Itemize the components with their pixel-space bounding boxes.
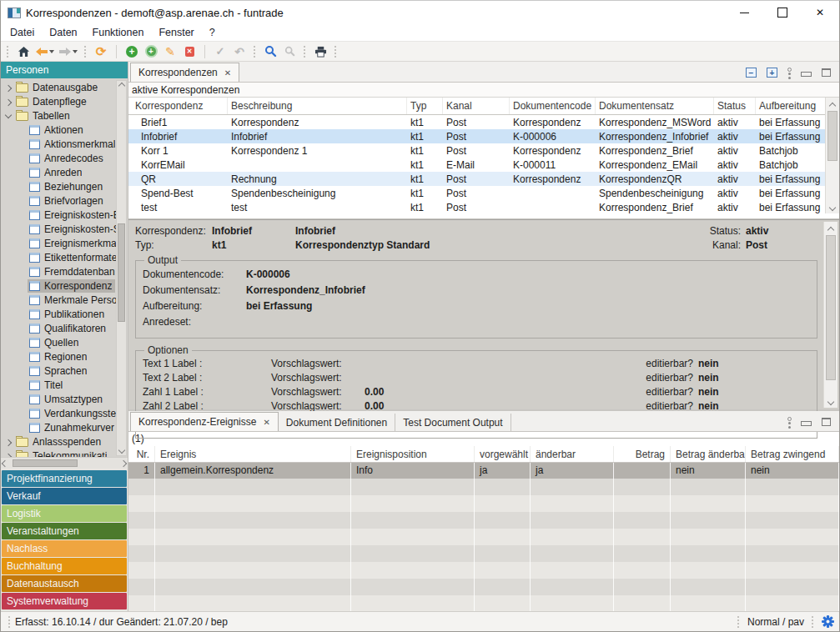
- sidebar-category-logistik[interactable]: Logistik: [2, 505, 127, 522]
- table-row[interactable]: testtestkt1PostKorrespondenz_Briefaktivb…: [128, 200, 839, 214]
- chevron-right-icon[interactable]: [4, 96, 14, 108]
- scroll-left-icon[interactable]: [2, 459, 8, 466]
- tree-item[interactable]: Telekommunikati: [1, 449, 128, 457]
- table-row[interactable]: Korr 1Korrespondenz 1kt1PostKorresponden…: [128, 143, 839, 158]
- table-row[interactable]: Spend-BestSpendenbescheinigungkt1PostSpe…: [128, 186, 839, 200]
- tree-item[interactable]: Etikettenformate: [1, 250, 128, 264]
- collapse-all-icon[interactable]: −: [746, 68, 757, 78]
- sidebar-category-datenaustausch[interactable]: Datenaustausch: [2, 575, 127, 592]
- add-copy-record-icon[interactable]: +: [145, 45, 158, 58]
- tree-item[interactable]: Datenpflege: [1, 94, 128, 108]
- scrollbar-thumb[interactable]: [827, 111, 837, 161]
- sidebar-header-personen[interactable]: Personen: [1, 62, 128, 78]
- sidebar-category-buchhaltung[interactable]: Buchhaltung: [2, 558, 127, 574]
- tree-item[interactable]: Anlassspenden: [1, 434, 128, 449]
- column-header[interactable]: Dokumentensatz: [596, 98, 714, 114]
- expand-all-icon[interactable]: +: [767, 68, 777, 78]
- tree-item[interactable]: Korrespondenz: [1, 278, 128, 293]
- column-header[interactable]: Status: [714, 98, 756, 114]
- scroll-down-icon[interactable]: [118, 447, 124, 454]
- edit-record-icon[interactable]: ✎: [163, 43, 178, 59]
- column-header[interactable]: Betrag zwingend: [746, 446, 839, 462]
- column-header[interactable]: änderbar: [531, 446, 614, 462]
- panel-menu-icon[interactable]: [787, 416, 791, 428]
- close-icon[interactable]: ✕: [816, 8, 824, 18]
- column-header[interactable]: vorgewählt: [475, 446, 531, 462]
- tree-item[interactable]: Tabellen: [1, 108, 128, 123]
- tree-item[interactable]: Publikationen: [1, 307, 128, 321]
- undo-icon[interactable]: ↶: [232, 43, 247, 59]
- sidebar-category-projektfinanzierung[interactable]: Projektfinanzierung: [2, 470, 127, 487]
- menu-item-funktionen[interactable]: Funktionen: [85, 25, 152, 40]
- search-icon[interactable]: [263, 43, 278, 59]
- menu-item-fenster[interactable]: Fenster: [151, 25, 201, 40]
- tree-horizontal-scrollbar[interactable]: [1, 457, 128, 469]
- back-dropdown-icon[interactable]: [49, 50, 54, 53]
- tree-item[interactable]: Briefvorlagen: [1, 193, 128, 208]
- tree-item[interactable]: Umsatztypen: [1, 392, 128, 406]
- tab-dokument-definitionen[interactable]: Dokument Definitionen: [279, 414, 395, 431]
- column-header[interactable]: Typ: [407, 98, 443, 114]
- tree-item[interactable]: Beziehungen: [1, 179, 128, 193]
- menu-item-daten[interactable]: Daten: [42, 25, 84, 40]
- tree-item[interactable]: Zunahmekurver: [1, 420, 128, 434]
- table-vertical-scrollbar[interactable]: [825, 98, 839, 213]
- tree-item[interactable]: Aktionen: [1, 123, 128, 137]
- scroll-right-icon[interactable]: [120, 459, 127, 466]
- print-icon[interactable]: [313, 43, 328, 59]
- scrollbar-thumb[interactable]: [118, 223, 125, 323]
- table-row[interactable]: 1allgemein.KorrespondenzInfojajaneinnein: [128, 463, 839, 479]
- column-header[interactable]: Kanal: [443, 98, 510, 114]
- scrollbar-thumb[interactable]: [826, 235, 836, 380]
- confirm-icon[interactable]: ✓: [213, 43, 228, 59]
- tree-vertical-scrollbar[interactable]: [116, 80, 127, 456]
- column-header[interactable]: Dokumentencode: [510, 98, 596, 114]
- tab-test-document-output[interactable]: Test Document Output: [395, 414, 511, 431]
- forward-dropdown-icon[interactable]: [73, 50, 78, 53]
- detail-vertical-scrollbar[interactable]: [823, 222, 837, 408]
- tree-item[interactable]: Datenausgabe: [1, 80, 128, 94]
- minimize-icon[interactable]: [740, 13, 749, 13]
- tree-item[interactable]: Aktionsmerkmal: [1, 137, 128, 151]
- tab-korrespondenzen[interactable]: Korrespondenzen ✕: [130, 63, 239, 82]
- scroll-down-icon[interactable]: [827, 399, 834, 405]
- scrollbar-thumb[interactable]: [13, 459, 78, 467]
- tree-item[interactable]: Merkmale Perso: [1, 293, 128, 307]
- column-header[interactable]: Nr.ˆ: [128, 446, 155, 462]
- sidebar-category-systemverwaltung[interactable]: Systemverwaltung: [2, 593, 127, 609]
- settings-gear-icon[interactable]: [822, 615, 834, 628]
- tab-close-icon[interactable]: ✕: [263, 418, 269, 427]
- sidebar-category-nachlass[interactable]: Nachlass: [2, 540, 127, 557]
- panel-minimize-icon[interactable]: [801, 421, 812, 426]
- filter-label[interactable]: aktive Korrespondenzen: [128, 83, 839, 98]
- column-header[interactable]: Betrag: [614, 446, 671, 462]
- back-icon[interactable]: [35, 43, 54, 59]
- scroll-up-icon[interactable]: [827, 227, 834, 233]
- add-record-icon[interactable]: +: [126, 46, 138, 58]
- tree-item[interactable]: Verdankungsste: [1, 406, 128, 420]
- table-row[interactable]: Brief1Korrespondenzkt1PostKorrespondenzK…: [128, 115, 839, 129]
- forward-icon[interactable]: [58, 43, 78, 59]
- sidebar-category-veranstaltungen[interactable]: Veranstaltungen: [2, 523, 127, 539]
- table-row[interactable]: QRRechnungkt1PostKorrespondenzKorrespond…: [128, 172, 839, 186]
- tree-item[interactable]: Anredecodes: [1, 151, 128, 165]
- menu-item-datei[interactable]: Datei: [3, 25, 42, 40]
- search-secondary-icon[interactable]: [282, 43, 297, 59]
- chevron-right-icon[interactable]: [4, 450, 14, 458]
- tab-close-icon[interactable]: ✕: [224, 68, 231, 78]
- tree-item[interactable]: Quellen: [1, 335, 128, 349]
- tree-item[interactable]: Ereignismerkma: [1, 236, 128, 250]
- tree-item[interactable]: Ereigniskosten-S: [1, 222, 128, 236]
- tree-item[interactable]: Ereigniskosten-B: [1, 208, 128, 222]
- chevron-right-icon[interactable]: [4, 436, 14, 448]
- table-row[interactable]: InfobriefInfobriefkt1PostK-000006Korresp…: [128, 129, 839, 143]
- panel-maximize-icon[interactable]: [822, 418, 831, 426]
- column-header[interactable]: Ereignis: [155, 446, 351, 462]
- maximize-icon[interactable]: [777, 8, 787, 18]
- scroll-up-icon[interactable]: [118, 83, 124, 89]
- delete-record-icon[interactable]: ✕: [185, 47, 194, 57]
- table-row[interactable]: KorrEMailkt1E-MailK-000011Korrespondenz_…: [128, 158, 839, 172]
- tree-item[interactable]: Fremddatenban: [1, 264, 128, 278]
- column-header[interactable]: Ereignisposition: [351, 446, 475, 462]
- tree-item[interactable]: Regionen: [1, 349, 128, 364]
